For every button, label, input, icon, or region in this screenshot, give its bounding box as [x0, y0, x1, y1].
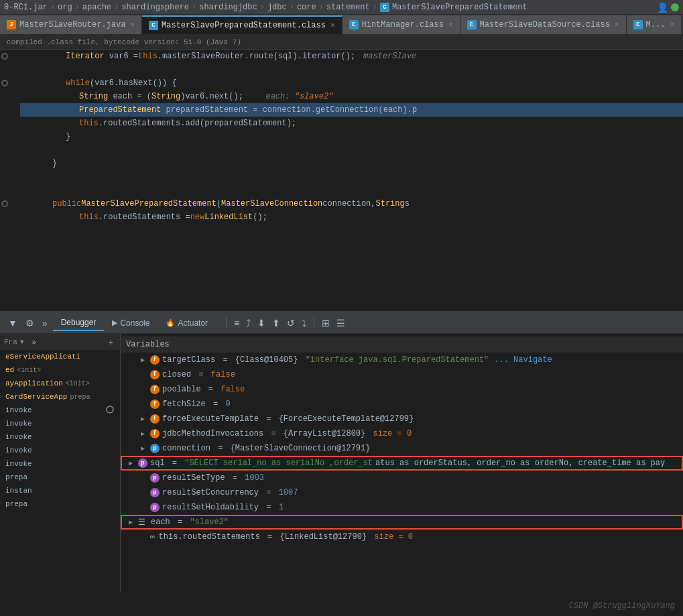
evaluate-button[interactable]: ⤵: [299, 316, 309, 330]
breadcrumb-core[interactable]: core: [297, 3, 316, 12]
var-poolable[interactable]: f poolable = false: [121, 382, 683, 397]
tab-hintmanager[interactable]: C HintManager.class ×: [343, 15, 460, 34]
gutter-line-10: [0, 170, 16, 184]
sep4: ›: [192, 3, 196, 12]
tab-masterslavepreparadstatement[interactable]: C MasterSlavePreparedStatement.class ×: [142, 15, 342, 34]
run-to-cursor-button[interactable]: ↺: [284, 316, 298, 330]
expand-icon-force[interactable]: ▶: [141, 415, 147, 423]
breadcrumb-org[interactable]: org: [58, 3, 72, 12]
var-resultSetType[interactable]: p resultSetType = 1003: [121, 471, 683, 485]
var-each[interactable]: ▶ ☰ each = "slave2": [121, 515, 683, 530]
more-button[interactable]: »: [40, 316, 50, 330]
user-button[interactable]: 👤: [657, 2, 668, 13]
var-resultSetHoldability[interactable]: p resultSetHoldability = 1: [121, 500, 683, 515]
expand-icon-jdbc[interactable]: ▶: [141, 430, 147, 438]
code-token-string-type: String: [79, 90, 108, 103]
var-sql[interactable]: ▶ p sql = "SELECT serial_no as serialNo …: [121, 456, 683, 471]
tab-close-4[interactable]: ×: [615, 21, 619, 29]
breadcrumb-class[interactable]: MasterSlavePreparedStatement: [392, 3, 527, 12]
field-icon-rst: p: [150, 473, 160, 483]
frame-item-5[interactable]: invoke: [0, 404, 120, 417]
expand-icon-sql[interactable]: ▶: [129, 459, 135, 467]
frame-item-1[interactable]: eServiceApplicati: [0, 350, 120, 363]
filter-button[interactable]: ▼: [5, 316, 20, 330]
lines-button[interactable]: ☰: [334, 316, 348, 330]
tab-debugger[interactable]: Debugger: [53, 315, 105, 331]
breadcrumb-statement[interactable]: statement: [326, 3, 370, 12]
field-icon-closed: f: [150, 370, 160, 379]
code-token-brace2: }: [52, 157, 57, 170]
code-token-dot-route: .masterSlaveRouter.route(sql).iterator()…: [158, 50, 355, 63]
var-fetchSize[interactable]: f fetchSize = 0: [121, 397, 683, 412]
tab-console[interactable]: ▶ Console: [104, 315, 158, 331]
frame-item-2[interactable]: ed <init>: [0, 363, 120, 377]
expand-icon-connection[interactable]: ▶: [141, 444, 147, 452]
variables-header: Variables: [121, 336, 683, 353]
field-icon-poolable: f: [150, 385, 160, 394]
step-out-button[interactable]: ⬆: [269, 316, 283, 330]
breadcrumb-shardingsphere[interactable]: shardingsphere: [121, 3, 189, 12]
user-controls: 👤: [657, 2, 679, 13]
navigate-targetClass[interactable]: ... Navigate: [494, 355, 552, 365]
tab-close-1[interactable]: ×: [130, 21, 135, 29]
grid-button[interactable]: ⊞: [319, 316, 332, 330]
step-over-button[interactable]: ⤴: [243, 316, 253, 330]
frames-expand-button[interactable]: »: [29, 336, 39, 347]
code-line-blank3: [20, 170, 683, 184]
tab-close-2[interactable]: ×: [330, 21, 335, 29]
code-line-iterator: Iterator var6 = this .masterSlaveRouter.…: [20, 50, 683, 63]
var-jdbcMethodInvocations[interactable]: ▶ f jdbcMethodInvocations = {ArrayList@1…: [121, 426, 683, 441]
frame-item-7[interactable]: invoke: [0, 430, 120, 444]
resume-button[interactable]: ≡: [231, 316, 242, 330]
tab-close-5[interactable]: ×: [670, 21, 674, 29]
settings-button[interactable]: ⚙: [23, 316, 37, 330]
breadcrumb-apache[interactable]: apache: [82, 3, 111, 12]
frame-item-8[interactable]: invoke: [0, 444, 120, 457]
frame-item-9[interactable]: invoke: [0, 457, 120, 471]
tab-m[interactable]: C M... ×: [627, 15, 682, 34]
tab-label-5: M...: [646, 20, 666, 29]
var-routedStatements[interactable]: ∞ this.routedStatements = {LinkedList@12…: [121, 530, 683, 544]
code-token-constructor-params: (: [216, 197, 221, 210]
frame-item-10[interactable]: prepa: [0, 471, 120, 484]
expand-icon-rsh: [141, 504, 147, 511]
expand-icon-each[interactable]: ▶: [129, 518, 135, 526]
code-line-prepared-highlighted: PreparedStatement preparedStatement = co…: [20, 103, 683, 117]
code-token-prepared-decl: preparedStatement = connection.getConnec…: [161, 103, 417, 117]
var-forceExecuteTemplate[interactable]: ▶ f forceExecuteTemplate = {ForceExecute…: [121, 412, 683, 426]
code-token-routed2: .routedStatements =: [99, 210, 190, 224]
field-icon-fetchSize: f: [150, 399, 160, 409]
frame-item-11[interactable]: instan: [0, 484, 120, 497]
frame-item-3[interactable]: ayApplication <init>: [0, 377, 120, 390]
var-resultSetConcurrency[interactable]: p resultSetConcurrency = 1007: [121, 485, 683, 500]
gutter-line-12: [0, 197, 16, 210]
var-connection[interactable]: ▶ p connection = {MasterSlaveConnection@…: [121, 441, 683, 456]
frame-item-4[interactable]: CardServiceApp prepa: [0, 390, 120, 404]
tab-label-2: MasterSlavePreparedStatement.class: [162, 21, 326, 30]
var-targetClass[interactable]: ▶ f targetClass = {Class@10405} "interfa…: [121, 353, 683, 367]
breadcrumb-shardingjdbc[interactable]: shardingjdbc: [199, 3, 257, 12]
list-icon-each: ☰: [138, 517, 145, 528]
step-into-button[interactable]: ⬇: [255, 316, 268, 330]
frame-item-6[interactable]: invoke: [0, 417, 120, 430]
breadcrumb-jar[interactable]: 0-RC1.jar: [4, 3, 48, 12]
code-line-public-constructor: public MasterSlavePreparedStatement ( Ma…: [20, 197, 683, 210]
sep8: ›: [373, 3, 377, 12]
code-token-prepared-type: PreparedStatement: [79, 103, 161, 117]
code-token-param-type: MasterSlaveConnection: [221, 197, 322, 210]
code-token-linkedlist: LinkedList: [204, 210, 253, 224]
frames-add-button[interactable]: +: [105, 336, 116, 349]
breadcrumb-jdbc[interactable]: jdbc: [267, 3, 287, 12]
tab-label-1: MasterSlaveRouter.java: [19, 20, 125, 29]
tab-debugger-label: Debugger: [61, 318, 97, 327]
var-closed[interactable]: f closed = false: [121, 367, 683, 382]
tab-masterslavedatasource[interactable]: C MasterSlaveDataSource.class ×: [460, 15, 627, 34]
debug-toolbar: ▼ ⚙ » Debugger ▶ Console 🔥 Actuator ≡ ⤴ …: [0, 312, 683, 334]
expand-icon-targetClass[interactable]: ▶: [141, 356, 147, 364]
tab-masterslaverouter[interactable]: J MasterSlaveRouter.java ×: [0, 15, 142, 34]
frame-item-12[interactable]: prepa: [0, 497, 120, 511]
field-icon-connection: p: [150, 444, 160, 453]
tab-close-3[interactable]: ×: [448, 21, 453, 29]
tab-actuator[interactable]: 🔥 Actuator: [158, 315, 216, 331]
extra-controls: ⊞ ☰: [319, 316, 348, 330]
